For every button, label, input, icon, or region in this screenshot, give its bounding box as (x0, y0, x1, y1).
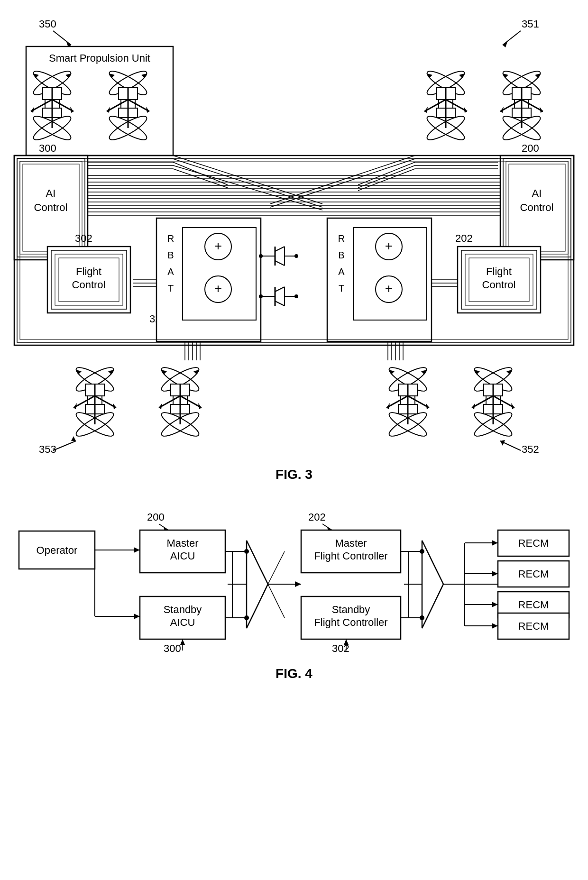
svg-marker-224 (180, 639, 185, 645)
svg-line-71 (270, 156, 415, 204)
flight-control-202-label: Flight (486, 266, 512, 277)
ref-200-fig4: 200 (147, 511, 165, 523)
ref-202: 202 (455, 232, 473, 244)
t-label-left: T (168, 283, 174, 293)
master-fc-label2: Flight Controller (314, 550, 387, 562)
ref-300: 300 (39, 142, 56, 154)
flight-control-302-label: Flight (76, 266, 101, 277)
recm3-label: RECM (518, 599, 549, 611)
svg-line-70 (173, 169, 228, 188)
master-aicu-label2: AICU (170, 550, 195, 562)
svg-point-132 (259, 294, 263, 298)
ref-351: 351 (522, 18, 539, 30)
svg-line-128 (275, 287, 285, 292)
ref-200-top: 200 (522, 142, 539, 154)
svg-line-181 (53, 441, 76, 450)
diagram-container: 350 Smart Propulsion Unit (0, 0, 588, 880)
standby-aicu-label2: AICU (170, 616, 195, 628)
fig4-label: FIG. 4 (276, 666, 312, 681)
ref-352: 352 (522, 443, 539, 455)
svg-marker-258 (492, 540, 498, 546)
ai-control-200-label: AI (532, 187, 542, 199)
recm4-label: RECM (518, 620, 549, 632)
svg-line-121 (275, 261, 285, 266)
svg-line-67 (173, 159, 322, 207)
svg-point-124 (259, 254, 263, 258)
svg-line-235 (268, 551, 285, 584)
smart-propulsion-label: Smart Propulsion Unit (49, 52, 150, 64)
ref-302: 302 (75, 232, 92, 244)
svg-line-66 (173, 156, 322, 204)
ref-300-fig4: 300 (164, 642, 181, 654)
master-fc-label: Master (335, 537, 367, 549)
ai-control-200-label2: Control (520, 202, 554, 213)
svg-line-237 (322, 524, 332, 530)
svg-line-72 (270, 159, 415, 207)
svg-marker-182 (71, 436, 76, 441)
svg-marker-261 (492, 623, 498, 629)
plus-lower-left: + (214, 281, 222, 296)
a-label-left: A (167, 266, 174, 277)
ref-350: 350 (39, 18, 56, 30)
flight-control-202-label2: Control (482, 279, 516, 291)
recm1-label: RECM (518, 537, 549, 549)
operator-label: Operator (37, 544, 78, 556)
standby-fc-label: Standby (332, 604, 370, 615)
svg-marker-234 (295, 581, 301, 587)
a-label-right: A (338, 266, 345, 277)
svg-marker-245 (422, 541, 443, 628)
t-label-right: T (339, 283, 344, 293)
svg-point-229 (244, 615, 249, 620)
svg-marker-260 (492, 602, 498, 607)
svg-marker-242 (344, 639, 349, 645)
svg-point-125 (294, 254, 298, 258)
svg-point-228 (244, 549, 249, 554)
svg-point-246 (420, 549, 424, 554)
flight-control-302-label2: Control (72, 279, 106, 291)
svg-marker-218 (134, 614, 140, 619)
svg-marker-215 (134, 547, 140, 553)
svg-line-219 (159, 524, 168, 530)
svg-line-236 (268, 584, 285, 618)
svg-line-74 (358, 165, 415, 188)
standby-fc-label2: Flight Controller (314, 616, 387, 628)
recm2-label: RECM (518, 568, 549, 580)
ref-202-fig4: 202 (308, 511, 326, 523)
svg-point-133 (294, 294, 298, 298)
plus-upper-right: + (385, 238, 393, 253)
fig3-label: FIG. 3 (276, 467, 312, 482)
svg-line-120 (275, 247, 285, 251)
ai-control-300-label2: Control (34, 202, 68, 213)
r-label-right: R (338, 233, 345, 244)
r-label-left: R (167, 233, 174, 244)
master-aicu-label: Master (166, 537, 198, 549)
ref-353: 353 (39, 443, 56, 455)
b-label-left: B (167, 250, 174, 260)
plus-upper-left: + (214, 238, 222, 253)
svg-line-68 (173, 165, 322, 210)
svg-line-0 (53, 31, 71, 45)
plus-lower-right: + (385, 281, 393, 296)
b-label-right: B (338, 250, 344, 260)
svg-line-73 (358, 162, 415, 185)
svg-point-247 (420, 615, 424, 620)
ai-control-300-label: AI (46, 187, 56, 199)
svg-line-129 (275, 301, 285, 306)
svg-marker-259 (492, 571, 498, 577)
standby-aicu-label: Standby (164, 604, 202, 615)
svg-marker-227 (247, 541, 268, 628)
svg-line-31 (503, 31, 521, 45)
